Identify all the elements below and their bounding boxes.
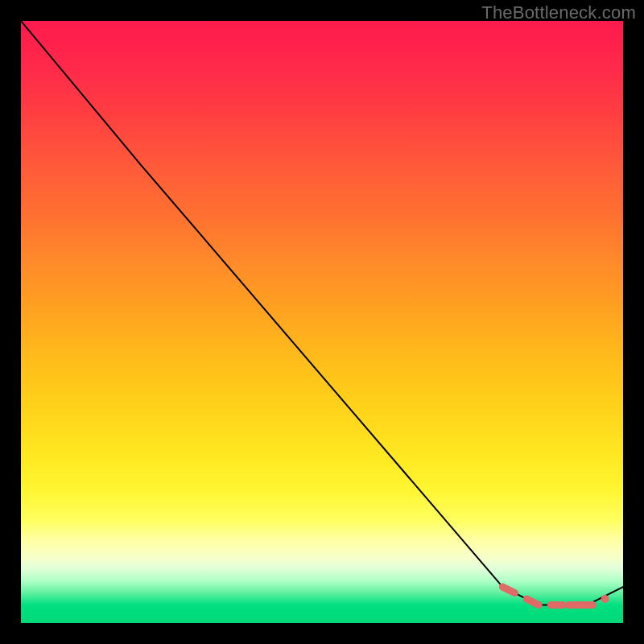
chart-area [21, 21, 623, 623]
chart-curve [21, 21, 623, 605]
highlight-segment [526, 599, 539, 605]
highlight-segment [502, 587, 514, 592]
chart-svg [21, 21, 623, 623]
highlight-end-dot [601, 595, 609, 603]
chart-highlight [502, 587, 609, 605]
